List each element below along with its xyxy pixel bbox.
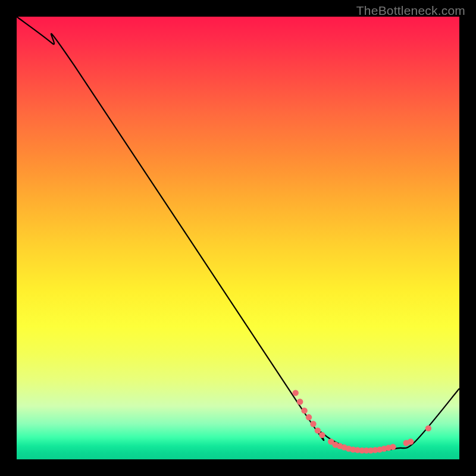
chart-svg xyxy=(17,17,459,459)
data-marker xyxy=(297,399,303,405)
data-marker xyxy=(306,414,312,420)
data-marker xyxy=(390,444,396,450)
data-marker xyxy=(319,432,325,438)
plot-area xyxy=(17,17,459,459)
data-marker xyxy=(315,427,321,433)
chart-container: TheBottleneck.com xyxy=(0,0,476,476)
data-marker xyxy=(301,408,307,414)
data-marker xyxy=(293,390,299,396)
watermark-text: TheBottleneck.com xyxy=(356,4,465,18)
data-marker xyxy=(408,439,414,444)
data-marker xyxy=(310,421,316,427)
bottleneck-curve xyxy=(17,17,459,450)
curve-markers xyxy=(293,390,432,453)
data-marker xyxy=(425,425,431,431)
